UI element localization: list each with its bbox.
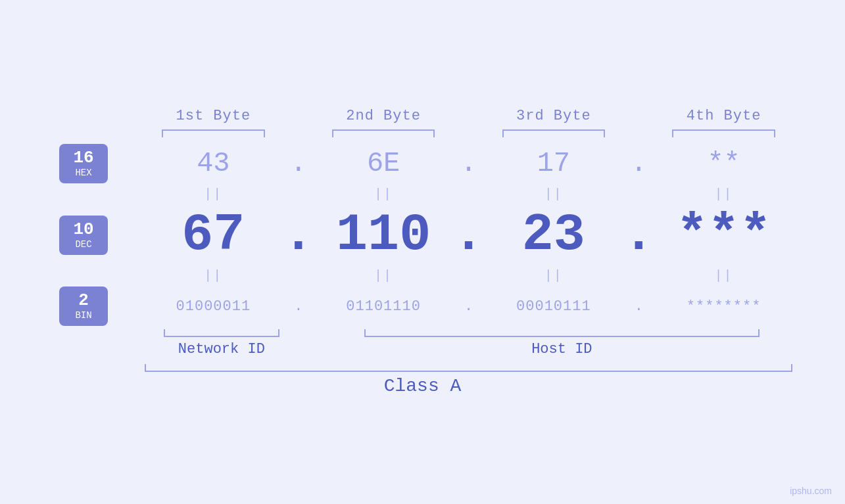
main-container: 1st Byte 2nd Byte 3rd Byte 4th Byte 16 H… (0, 0, 845, 504)
bin-dot-1: . (282, 298, 315, 315)
dec-badge: 10 DEC (59, 216, 108, 255)
bottom-section: Network ID Host ID (53, 329, 792, 357)
byte2-header: 2nd Byte (315, 108, 452, 124)
bin-row: 2 BIN 01000011 . 01101110 . 00010111 . *… (53, 286, 792, 326)
hex-dot-3: . (622, 148, 655, 179)
bin-badge: 2 BIN (59, 286, 108, 326)
byte1-header: 1st Byte (145, 108, 282, 124)
eq1-2: || (315, 187, 452, 202)
equals-row-2: || || || || (53, 268, 792, 283)
hex-label-cell: 16 HEX (53, 144, 145, 183)
class-a-label: Class A (53, 376, 792, 396)
bin-val-3: 00010111 (485, 298, 623, 315)
network-id-bracket: Network ID (145, 329, 299, 357)
byte4-header: 4th Byte (655, 108, 792, 124)
hex-val-2: 6E (315, 148, 452, 179)
watermark: ipshu.com (790, 486, 832, 496)
bin-val-1: 01000011 (145, 298, 282, 315)
hex-val-1: 43 (145, 148, 282, 179)
hex-val-3: 17 (485, 148, 623, 179)
eq1-4: || (655, 187, 792, 202)
dec-row: 10 DEC 67 . 110 . 23 . *** (53, 205, 792, 265)
dec-val-2: 110 (315, 205, 452, 265)
class-row: Class A (53, 364, 792, 396)
eq2-3: || (485, 268, 623, 283)
bin-label-cell: 2 BIN (53, 286, 145, 326)
bracket-top-4 (655, 129, 792, 137)
bracket-top-2 (315, 129, 452, 137)
network-id-label: Network ID (178, 341, 265, 357)
eq2-1: || (145, 268, 282, 283)
eq2-2: || (315, 268, 452, 283)
hex-dot-1: . (282, 148, 315, 179)
dec-dot-1: . (282, 205, 315, 265)
host-id-label: Host ID (531, 341, 592, 357)
bin-val-4: ******** (655, 298, 792, 315)
bin-dot-3: . (622, 298, 655, 315)
class-bracket-full (145, 364, 792, 372)
dec-label-cell: 10 DEC (53, 216, 145, 255)
bin-val-2: 01101110 (315, 298, 452, 315)
byte-headers-row: 1st Byte 2nd Byte 3rd Byte 4th Byte (53, 108, 792, 124)
equals-row-1: || || || || (53, 187, 792, 202)
bracket-top-3 (485, 129, 623, 137)
byte3-header: 3rd Byte (485, 108, 623, 124)
dec-dot-2: . (452, 205, 485, 265)
hex-row: 16 HEX 43 . 6E . 17 . ** (53, 144, 792, 183)
eq1-1: || (145, 187, 282, 202)
bin-dot-2: . (452, 298, 485, 315)
eq1-3: || (485, 187, 623, 202)
bracket-top-1 (145, 129, 282, 137)
network-bracket-line (164, 329, 279, 337)
dec-dot-3: . (622, 205, 655, 265)
hex-dot-2: . (452, 148, 485, 179)
dec-val-4: *** (655, 205, 792, 265)
dec-val-3: 23 (485, 205, 623, 265)
eq2-4: || (655, 268, 792, 283)
dec-val-1: 67 (145, 205, 282, 265)
hex-val-4: ** (655, 148, 792, 179)
bracket-labels-row: Network ID Host ID (145, 329, 792, 357)
top-brackets-row (53, 129, 792, 137)
hex-badge: 16 HEX (59, 144, 108, 183)
